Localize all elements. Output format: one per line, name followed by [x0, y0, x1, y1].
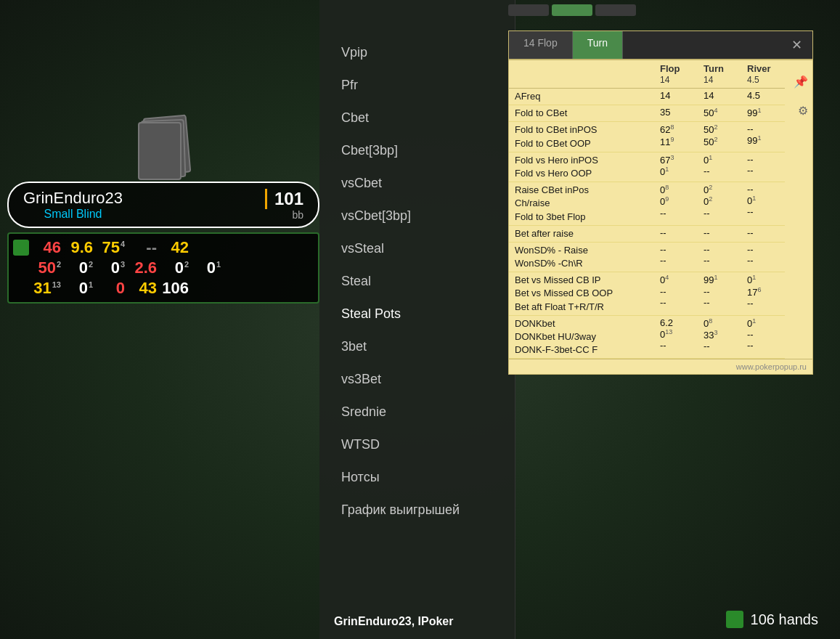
hands-dot	[726, 611, 743, 628]
top-buttons	[508, 4, 636, 16]
val-afreq-river: 4.5	[741, 89, 785, 105]
popup-table: Flop14 Turn14 River4.5 AFreq 14 14 4.5 F…	[509, 60, 785, 359]
sidebar-item-wtsd[interactable]: WTSD	[319, 428, 515, 461]
stat-r2-v2: 02	[64, 259, 93, 277]
col-header-river: River4.5	[741, 60, 785, 89]
hands-counter: 106 hands	[726, 611, 818, 628]
table-row: DONKbetDONKbet HU/3wayDONK-F-3bet-CC F 6…	[509, 315, 785, 359]
val-donkbet-flop: 6.2013--	[654, 315, 698, 359]
stat-dash: --	[128, 238, 157, 257]
val-wonsd-river: ----	[741, 242, 785, 272]
col-header-turn: Turn14	[698, 60, 741, 89]
stat-r3-v3: 0	[96, 279, 125, 298]
val-foldhero-river: ----	[741, 152, 785, 182]
settings-icon[interactable]: ⚙	[798, 104, 808, 118]
val-wonsd-turn: ----	[698, 242, 741, 272]
stat-fold-cbet-pos: Fold to CBet inPOSFold to CBet OOP	[509, 122, 654, 152]
top-btn-1[interactable]	[508, 4, 549, 16]
col-header-stat	[509, 60, 654, 89]
top-btn-3[interactable]	[595, 4, 636, 16]
val-foldhero-turn: 01--	[698, 152, 741, 182]
popup-tab-flop[interactable]: 14 Flop	[509, 31, 573, 59]
player-stack-amount: 101	[265, 189, 303, 209]
table-row: Fold to CBet inPOSFold to CBet OOP 62811…	[509, 122, 785, 152]
player-name-card: GrinEnduro23 Small Blind 101 bb	[7, 182, 319, 228]
stat-donkbet: DONKbetDONKbet HU/3wayDONK-F-3bet-CC F	[509, 315, 654, 359]
val-raisecbet-river: --01--	[741, 182, 785, 226]
col-header-flop: Flop14	[654, 60, 698, 89]
val-foldhero-flop: 67301	[654, 152, 698, 182]
popup-tab-turn[interactable]: Turn	[573, 31, 623, 59]
sidebar-item-vs3bet[interactable]: vs3Bet	[319, 363, 515, 396]
sidebar-item-pfr[interactable]: Pfr	[319, 69, 515, 102]
top-btn-2[interactable]	[552, 4, 592, 16]
val-raisecbet-turn: 0202--	[698, 182, 741, 226]
val-raisecbet-flop: 0809--	[654, 182, 698, 226]
stats-row-1: 46 9.6 754 -- 42	[13, 238, 314, 257]
stat-v3: 754	[96, 238, 125, 257]
pin-icon[interactable]: 📌	[794, 75, 808, 89]
table-row: Bet vs Missed CB IPBet vs Missed CB OOPB…	[509, 272, 785, 316]
sidebar: Vpip Pfr Cbet Cbet[3bp] vsCbet vsCbet[3b…	[319, 0, 515, 639]
player-name: GrinEnduro23	[23, 189, 123, 208]
stat-r2-v1: 502	[32, 259, 61, 277]
card-deck	[138, 116, 196, 189]
val-donkbet-turn: 08333--	[698, 315, 741, 359]
stat-fold-cbet: Fold to CBet	[509, 105, 654, 122]
popup-close-button[interactable]: ✕	[781, 31, 812, 59]
stat-afreq: AFreq	[509, 89, 654, 105]
val-foldcbetpos-flop: 628119	[654, 122, 698, 152]
player-stack-container: 101 bb	[265, 189, 303, 221]
sidebar-item-cbet3bp[interactable]: Cbet[3bp]	[319, 134, 515, 167]
popup-footer: www.pokerpopup.ru	[509, 359, 812, 374]
sidebar-item-graph[interactable]: График выигрышей	[319, 494, 515, 526]
stat-r2-v6: 01	[192, 259, 221, 277]
val-betmissed-turn: 991----	[698, 272, 741, 316]
val-foldcbet-turn: 504	[698, 105, 741, 122]
val-wonsd-flop: ----	[654, 242, 698, 272]
sidebar-footer-text: GrinEnduro23, IPoker	[334, 615, 454, 628]
stat-r2-v4: 2.6	[128, 259, 157, 277]
stat-r3-v1: 3113	[32, 279, 61, 298]
sidebar-item-cbet[interactable]: Cbet	[319, 102, 515, 134]
sidebar-item-notes[interactable]: Нотсы	[319, 461, 515, 494]
stat-vpip: 46	[32, 238, 61, 257]
sidebar-footer-playername: GrinEnduro23, IPoker	[334, 615, 454, 627]
hands-label: 106 hands	[751, 611, 818, 628]
popup-tabs: 14 Flop Turn ✕	[509, 31, 812, 60]
stat-fold-hero: Fold vs Hero inPOSFold vs Hero OOP	[509, 152, 654, 182]
sidebar-item-steal-pots[interactable]: Steal Pots	[319, 298, 515, 330]
sidebar-item-steal[interactable]: Steal	[319, 265, 515, 298]
sidebar-footer: GrinEnduro23, IPoker	[319, 615, 515, 628]
stat-r3-v2: 01	[64, 279, 93, 298]
stats-row-3: 3113 01 0 43 106	[13, 279, 314, 298]
player-stack-bb: bb	[265, 209, 303, 221]
sidebar-item-vssteal[interactable]: vsSteal	[319, 232, 515, 265]
val-afreq-turn: 14	[698, 89, 741, 105]
sidebar-item-vscbet[interactable]: vsCbet	[319, 167, 515, 200]
sidebar-item-vpip[interactable]: Vpip	[319, 36, 515, 69]
val-bar-turn: --	[698, 225, 741, 242]
stat-pfr: 9.6	[64, 238, 93, 257]
val-foldcbet-flop: 35	[654, 105, 698, 122]
stat-r3-v4: 43	[128, 279, 157, 298]
stat-wonsd: WonSD% - RaiseWonSD% -Ch\R	[509, 242, 654, 272]
stat-v4: 42	[160, 238, 189, 257]
table-row: WonSD% - RaiseWonSD% -Ch\R ---- ---- ---…	[509, 242, 785, 272]
stats-popup: 14 Flop Turn ✕ 📌 ⚙ Flop14 Turn14 River4.…	[508, 30, 813, 375]
val-bar-river: --	[741, 225, 785, 242]
table-row: Bet after raise -- -- --	[509, 225, 785, 242]
table-row: Fold to CBet 35 504 991	[509, 105, 785, 122]
sidebar-item-vscbet3bp[interactable]: vsCbet[3bp]	[319, 200, 515, 232]
stat-bet-missed: Bet vs Missed CB IPBet vs Missed CB OOPB…	[509, 272, 654, 316]
stat-r2-v3: 03	[96, 259, 125, 277]
val-bar-flop: --	[654, 225, 698, 242]
sidebar-item-3bet[interactable]: 3bet	[319, 330, 515, 363]
popup-content: 📌 ⚙ Flop14 Turn14 River4.5 AFreq 14 14 4…	[509, 60, 812, 359]
stat-indicator	[13, 240, 29, 256]
val-donkbet-river: 01----	[741, 315, 785, 359]
sidebar-item-srednie[interactable]: Srednie	[319, 396, 515, 428]
card-back-3	[138, 122, 182, 180]
stat-raise-cbet: Raise CBet inPosCh/raiseFold to 3bet Flo…	[509, 182, 654, 226]
val-foldcbet-river: 991	[741, 105, 785, 122]
